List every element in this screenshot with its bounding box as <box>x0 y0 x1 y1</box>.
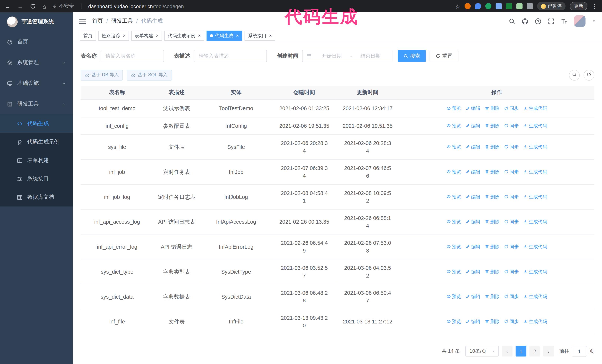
delete-link[interactable]: 删除 <box>485 104 500 112</box>
tag-链路追踪[interactable]: 链路追踪 × <box>98 31 129 41</box>
page-size-select[interactable]: 10条/页 <box>465 346 499 357</box>
delete-link[interactable]: 删除 <box>485 218 500 226</box>
preview-link[interactable]: 预览 <box>447 293 461 300</box>
edit-link[interactable]: 编辑 <box>466 268 480 275</box>
sync-link[interactable]: 同步 <box>504 104 519 112</box>
extension-icon[interactable] <box>496 3 502 9</box>
search-icon[interactable] <box>509 18 515 24</box>
sidebar-subitem-代码生成示例[interactable]: 代码生成示例 <box>0 133 73 151</box>
close-icon[interactable]: × <box>269 33 272 38</box>
date-range-picker[interactable]: 开始日期 - 结束日期 <box>302 50 392 62</box>
sidebar-subitem-表单构建[interactable]: 表单构建 <box>0 151 73 170</box>
breadcrumb-item-首页[interactable]: 首页 <box>92 18 103 24</box>
generate-code-link[interactable]: 生成代码 <box>523 318 547 325</box>
tag-代码生成示例[interactable]: 代码生成示例 × <box>164 31 204 41</box>
preview-link[interactable]: 预览 <box>447 243 461 250</box>
goto-page-input[interactable] <box>572 346 587 357</box>
user-avatar[interactable] <box>574 15 586 27</box>
logo[interactable]: 芋道管理系统 <box>0 12 73 31</box>
reset-button[interactable]: 重置 <box>430 50 458 62</box>
sync-link[interactable]: 同步 <box>504 268 519 275</box>
delete-link[interactable]: 删除 <box>485 193 500 200</box>
generate-code-link[interactable]: 生成代码 <box>523 104 547 112</box>
sidebar-item-系统管理[interactable]: 系统管理 <box>0 52 73 73</box>
generate-code-link[interactable]: 生成代码 <box>523 218 547 226</box>
edit-link[interactable]: 编辑 <box>466 168 480 176</box>
reload-icon[interactable] <box>30 3 36 9</box>
generate-code-link[interactable]: 生成代码 <box>523 293 547 300</box>
sidebar-subitem-数据库文档[interactable]: 数据库文档 <box>0 188 73 207</box>
close-icon[interactable]: × <box>236 33 239 38</box>
edit-link[interactable]: 编辑 <box>466 293 480 300</box>
close-icon[interactable]: × <box>156 33 159 38</box>
fullscreen-icon[interactable] <box>548 18 554 24</box>
sync-link[interactable]: 同步 <box>504 143 519 151</box>
page-button-2[interactable]: 2 <box>529 346 540 357</box>
generate-code-link[interactable]: 生成代码 <box>523 122 547 129</box>
hamburger-icon[interactable] <box>79 19 86 24</box>
table-name-input[interactable] <box>101 50 164 62</box>
generate-code-link[interactable]: 生成代码 <box>523 168 547 176</box>
preview-link[interactable]: 预览 <box>447 122 461 129</box>
preview-link[interactable]: 预览 <box>447 143 461 151</box>
edit-link[interactable]: 编辑 <box>466 143 480 151</box>
edit-link[interactable]: 编辑 <box>466 122 480 129</box>
sync-link[interactable]: 同步 <box>504 293 519 300</box>
sync-link[interactable]: 同步 <box>504 122 519 129</box>
breadcrumb-item-研发工具[interactable]: 研发工具 <box>111 18 133 24</box>
search-button[interactable]: 搜索 <box>398 50 426 62</box>
preview-link[interactable]: 预览 <box>447 168 461 176</box>
delete-link[interactable]: 删除 <box>485 318 500 325</box>
forward-icon[interactable]: → <box>17 3 23 9</box>
github-icon[interactable] <box>522 18 528 24</box>
refresh-table-button[interactable] <box>584 70 594 80</box>
preview-link[interactable]: 预览 <box>447 193 461 200</box>
import-sql-button[interactable]: 基于 SQL 导入 <box>127 70 172 80</box>
extension-icon[interactable] <box>506 3 512 9</box>
delete-link[interactable]: 删除 <box>485 268 500 275</box>
extension-icon[interactable] <box>485 3 491 9</box>
extension-icon[interactable] <box>475 3 481 9</box>
sidebar-subitem-代码生成[interactable]: 代码生成 <box>0 114 73 133</box>
preview-link[interactable]: 预览 <box>447 318 461 325</box>
back-icon[interactable]: ← <box>5 3 10 9</box>
menu-dots-icon[interactable]: ⋮ <box>592 3 597 10</box>
sidebar-item-研发工具[interactable]: 研发工具 <box>0 94 73 114</box>
delete-link[interactable]: 删除 <box>485 293 500 300</box>
generate-code-link[interactable]: 生成代码 <box>523 193 547 200</box>
font-size-icon[interactable] <box>561 18 567 24</box>
preview-link[interactable]: 预览 <box>447 218 461 226</box>
delete-link[interactable]: 删除 <box>485 143 500 151</box>
paused-badge[interactable]: 已暂停 <box>537 2 566 10</box>
extension-icon[interactable] <box>464 3 471 9</box>
puzzle-extension-icon[interactable] <box>527 3 533 9</box>
sidebar-item-首页[interactable]: 首页 <box>0 31 73 52</box>
delete-link[interactable]: 删除 <box>485 168 500 176</box>
delete-link[interactable]: 删除 <box>485 243 500 250</box>
bookmark-star-icon[interactable]: ☆ <box>455 3 460 9</box>
tag-代码生成[interactable]: 代码生成 × <box>206 31 242 41</box>
tag-首页[interactable]: 首页 <box>80 31 96 41</box>
delete-link[interactable]: 删除 <box>485 122 500 129</box>
preview-link[interactable]: 预览 <box>447 268 461 275</box>
address-bar[interactable]: ⚠ 不安全 dashboard.yudao.iocoder.cn/tool/co… <box>52 3 184 10</box>
page-button-1[interactable]: 1 <box>516 346 527 357</box>
close-icon[interactable]: × <box>198 33 201 38</box>
table-desc-input[interactable] <box>194 50 267 62</box>
toggle-search-button[interactable] <box>569 70 580 80</box>
prev-page-button[interactable]: ‹ <box>502 346 513 357</box>
tag-表单构建[interactable]: 表单构建 × <box>131 31 162 41</box>
sync-link[interactable]: 同步 <box>504 318 519 325</box>
extension-icon[interactable] <box>516 3 523 9</box>
home-icon[interactable]: ⌂ <box>43 3 46 9</box>
edit-link[interactable]: 编辑 <box>466 318 480 325</box>
caret-down-icon[interactable] <box>592 19 596 23</box>
close-icon[interactable]: × <box>123 33 126 38</box>
help-icon[interactable] <box>535 18 541 24</box>
sync-link[interactable]: 同步 <box>504 193 519 200</box>
generate-code-link[interactable]: 生成代码 <box>523 268 547 275</box>
sync-link[interactable]: 同步 <box>504 168 519 176</box>
sync-link[interactable]: 同步 <box>504 243 519 250</box>
tag-系统接口[interactable]: 系统接口 × <box>245 31 275 41</box>
sync-link[interactable]: 同步 <box>504 218 519 226</box>
